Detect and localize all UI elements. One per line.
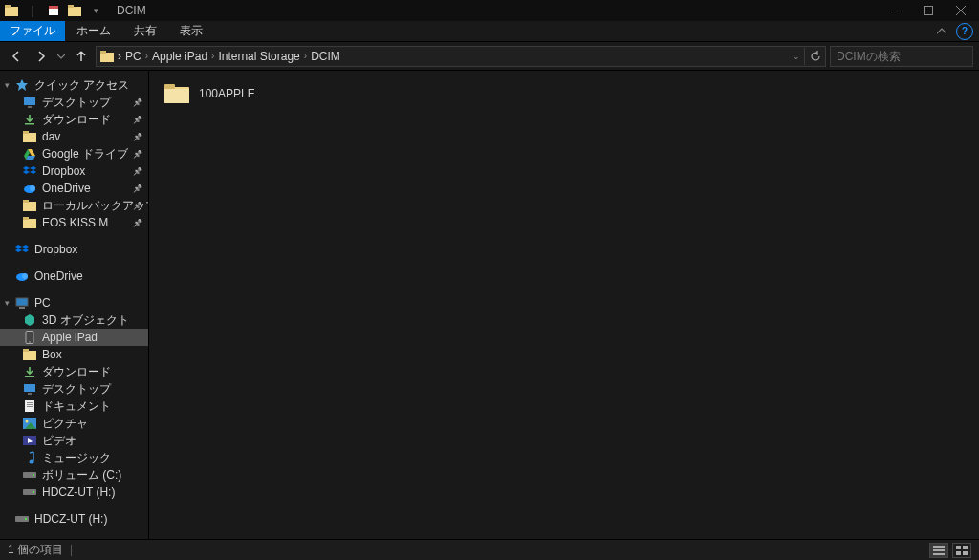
menu-view[interactable]: 表示: [168, 21, 214, 41]
desktop-icon: [23, 96, 36, 109]
window-controls: [880, 0, 977, 21]
tree-item-dav[interactable]: dav📌: [0, 128, 148, 145]
tree-item--[interactable]: ダウンロード📌: [0, 111, 148, 128]
svg-rect-66: [164, 84, 175, 89]
tree-item-label: PC: [34, 296, 51, 310]
svg-point-35: [22, 273, 28, 279]
close-button[interactable]: [945, 0, 977, 21]
titlebar: | ▾ DCIM: [0, 0, 979, 21]
tree-item-dropbox[interactable]: Dropbox: [0, 241, 148, 258]
chevron-right-icon[interactable]: ›: [304, 51, 307, 61]
history-dropdown[interactable]: [55, 46, 67, 67]
tree-item-hdcz-ut-(h:)[interactable]: HDCZ-UT (H:): [0, 510, 148, 528]
menu-share[interactable]: 共有: [122, 21, 168, 41]
crumb-internal-storage[interactable]: Internal Storage›: [218, 50, 307, 63]
tree-item--[interactable]: ビデオ: [0, 432, 148, 449]
svg-point-51: [26, 420, 29, 423]
tree-item--[interactable]: デスクトップ📌: [0, 94, 148, 111]
svg-rect-9: [100, 51, 106, 54]
tree-item-3d-[interactable]: 3D オブジェクト: [0, 312, 148, 329]
svg-rect-74: [963, 551, 968, 555]
forward-button[interactable]: [31, 46, 52, 67]
tree-item-box[interactable]: Box: [0, 346, 148, 363]
chevron-down-icon[interactable]: ▾: [2, 80, 11, 90]
dropbox-icon: [15, 243, 29, 256]
svg-rect-12: [24, 97, 35, 105]
pin-icon: 📌: [133, 98, 142, 107]
tree-item-onedrive[interactable]: OneDrive📌: [0, 180, 148, 197]
svg-marker-31: [22, 245, 29, 248]
search-input[interactable]: [835, 49, 979, 64]
view-details-button[interactable]: [929, 543, 948, 558]
svg-rect-1: [5, 5, 11, 8]
quick-access-toolbar: | ▾: [2, 2, 105, 19]
file-item-100apple[interactable]: 100APPLE: [159, 80, 969, 107]
tree-item-label: ダウンロード: [42, 112, 111, 128]
address-bar[interactable]: › PC› Apple iPad› Internal Storage› DCIM…: [96, 46, 826, 67]
folder-app-icon: [2, 2, 21, 19]
tree-item-label: ドキュメント: [42, 398, 111, 415]
menu-home[interactable]: ホーム: [65, 21, 122, 41]
tree-item-eos-kiss-m[interactable]: EOS KISS M📌: [0, 214, 148, 231]
tree-item--[interactable]: ダウンロード: [0, 363, 148, 380]
tree-item--[interactable]: ピクチャ: [0, 415, 148, 432]
chevron-down-icon[interactable]: ▾: [2, 298, 11, 308]
tree-item-pc[interactable]: ▾PC: [0, 294, 148, 312]
search-box[interactable]: [830, 46, 973, 67]
properties-icon[interactable]: [44, 2, 63, 19]
tree-item-label: ミュージック: [42, 450, 111, 466]
chevron-right-icon[interactable]: ›: [211, 51, 214, 61]
chevron-right-icon[interactable]: ›: [118, 50, 121, 63]
tree-item-dropbox[interactable]: Dropbox📌: [0, 162, 148, 180]
crumb-apple-ipad[interactable]: Apple iPad›: [152, 50, 214, 63]
svg-marker-33: [22, 248, 29, 252]
svg-rect-41: [23, 351, 36, 360]
svg-rect-72: [963, 546, 968, 549]
status-divider: [71, 545, 72, 556]
back-button[interactable]: [6, 46, 27, 67]
new-folder-icon[interactable]: [65, 2, 84, 19]
svg-marker-11: [16, 79, 28, 91]
tree-item-label: ボリューム (C:): [42, 467, 121, 484]
crumb-dcim[interactable]: DCIM: [311, 50, 340, 63]
minimize-button[interactable]: [880, 0, 912, 21]
downloads-icon: [23, 113, 36, 126]
chevron-right-icon[interactable]: ›: [145, 51, 148, 61]
tree-item--[interactable]: ローカルバックアップ📌: [0, 197, 148, 214]
help-icon[interactable]: ?: [956, 23, 973, 40]
tree-item-クイック-アクセス[interactable]: ▾クイック アクセス: [0, 76, 148, 94]
refresh-button[interactable]: [804, 48, 821, 65]
customize-qa-icon[interactable]: ▾: [86, 2, 105, 19]
tree-item--[interactable]: ドキュメント: [0, 398, 148, 415]
view-large-icons-button[interactable]: [952, 543, 971, 558]
tree-item-label: Apple iPad: [42, 331, 98, 344]
svg-rect-13: [28, 106, 32, 108]
file-menu[interactable]: ファイル: [0, 21, 65, 41]
tree-item-hdcz-ut-h-[interactable]: HDCZ-UT (H:): [0, 484, 148, 501]
navigation-pane[interactable]: ▾クイック アクセスデスクトップ📌ダウンロード📌dav📌Google ドライブ📌…: [0, 71, 149, 539]
svg-point-57: [33, 474, 34, 476]
content-pane[interactable]: 100APPLE: [149, 71, 979, 539]
tree-item-onedrive[interactable]: OneDrive: [0, 268, 148, 285]
tree-item-label: HDCZ-UT (H:): [42, 485, 115, 499]
up-button[interactable]: [71, 46, 92, 67]
svg-rect-28: [23, 219, 36, 228]
pictures-icon: [23, 417, 36, 430]
svg-rect-16: [23, 131, 29, 134]
collapse-ribbon-icon[interactable]: [933, 23, 950, 40]
tree-item-label: Google ドライブ: [42, 146, 128, 162]
svg-rect-27: [23, 200, 29, 203]
tree-item-google-[interactable]: Google ドライブ📌: [0, 145, 148, 162]
crumb-pc[interactable]: PC›: [125, 50, 148, 63]
svg-marker-32: [15, 248, 22, 252]
tree-item-apple-ipad[interactable]: Apple iPad: [0, 329, 148, 346]
svg-marker-30: [15, 245, 22, 248]
tree-item--[interactable]: ミュージック: [0, 449, 148, 466]
svg-rect-47: [27, 402, 33, 403]
maximize-button[interactable]: [912, 0, 945, 21]
pin-icon: 📌: [133, 133, 142, 141]
tree-item--c-[interactable]: ボリューム (C:): [0, 466, 148, 484]
tree-item--[interactable]: デスクトップ: [0, 380, 148, 398]
tree-item-ネットワーク[interactable]: ネットワーク: [0, 537, 148, 539]
address-dropdown-icon[interactable]: ⌄: [793, 52, 800, 61]
